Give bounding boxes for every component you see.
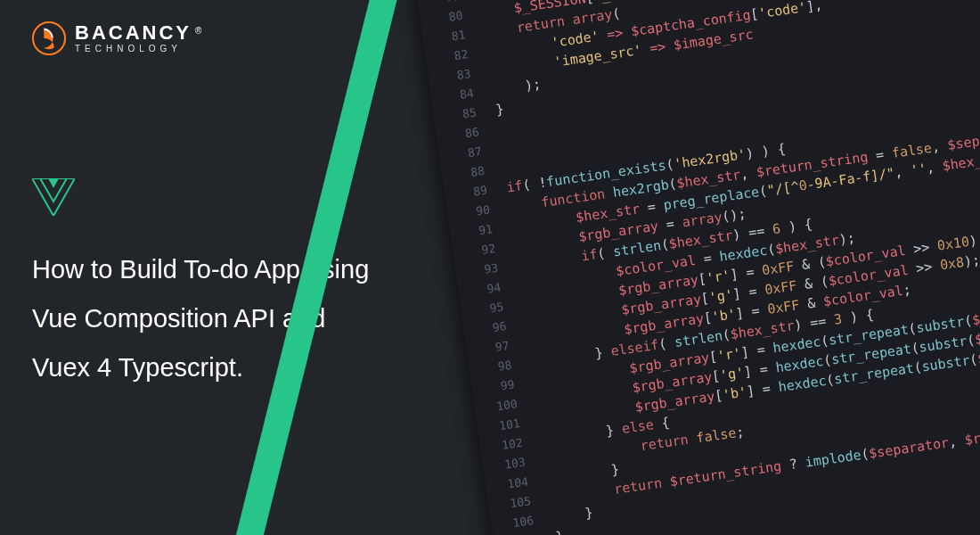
code-body: $image_src = realpath($_SERVER['DOCUMENT… [475, 0, 980, 535]
brand-logo-block: BACANCY® TECHNOLOGY [32, 21, 201, 55]
brand-name: BACANCY [75, 21, 192, 44]
brand-registered: ® [195, 26, 201, 36]
vue-logo-icon [32, 178, 75, 216]
brand-logo-icon [32, 21, 66, 55]
brand-tagline: TECHNOLOGY [75, 43, 201, 54]
code-panel: 7879808182838485868788899091929394959697… [410, 0, 980, 535]
